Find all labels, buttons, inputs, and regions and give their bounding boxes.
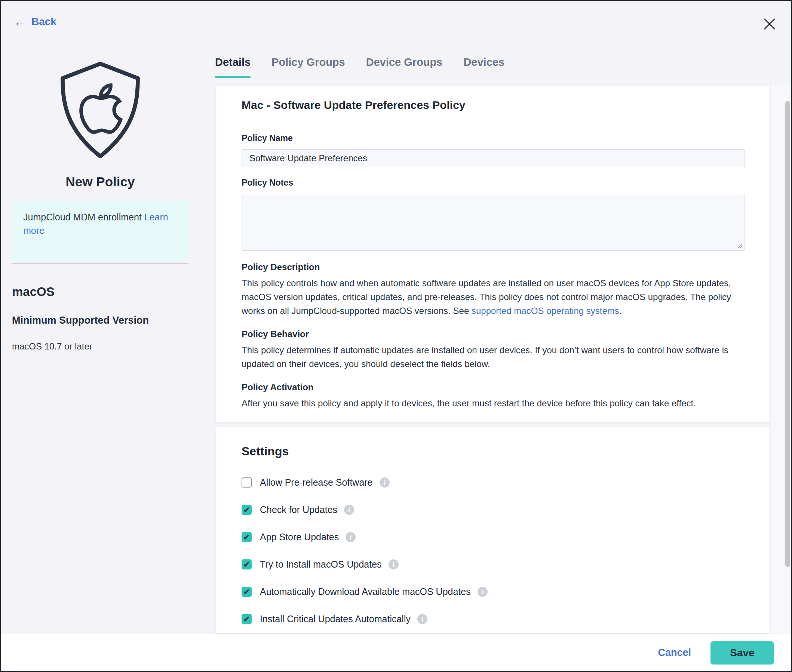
cancel-button[interactable]: Cancel bbox=[658, 647, 691, 659]
info-icon[interactable] bbox=[477, 587, 488, 597]
min-version-value: macOS 10.7 or later bbox=[12, 341, 188, 352]
description-period: . bbox=[619, 306, 622, 316]
textarea-resize-handle[interactable] bbox=[736, 242, 743, 249]
option-check-for-updates: Check for Updates bbox=[241, 504, 745, 515]
min-version-label: Minimum Supported Version bbox=[12, 315, 188, 326]
policy-behavior-text: This policy determines if automatic upda… bbox=[241, 343, 745, 371]
save-button[interactable]: Save bbox=[711, 641, 774, 664]
tab-device-groups[interactable]: Device Groups bbox=[366, 56, 443, 78]
try-install-macos-updates-checkbox[interactable] bbox=[241, 559, 252, 570]
details-card: Mac - Software Update Preferences Policy… bbox=[216, 86, 770, 422]
scrollbar-thumb[interactable] bbox=[785, 101, 790, 567]
option-allow-prerelease: Allow Pre-release Software bbox=[241, 477, 745, 488]
policy-tabs: Details Policy Groups Device Groups Devi… bbox=[215, 56, 505, 78]
auto-download-macos-updates-checkbox[interactable] bbox=[241, 587, 252, 597]
option-label: Automatically Download Available macOS U… bbox=[260, 586, 471, 597]
tab-devices[interactable]: Devices bbox=[463, 56, 505, 78]
policy-card-title: Mac - Software Update Preferences Policy bbox=[241, 99, 745, 112]
option-label: Allow Pre-release Software bbox=[260, 477, 373, 488]
info-icon[interactable] bbox=[380, 477, 390, 488]
policy-notes-textarea[interactable] bbox=[241, 194, 745, 251]
option-install-critical-updates: Install Critical Updates Automatically bbox=[241, 614, 745, 624]
option-app-store-updates: App Store Updates bbox=[241, 532, 745, 542]
policy-sidebar: New Policy JumpCloud MDM enrollment Lear… bbox=[12, 60, 188, 352]
info-icon[interactable] bbox=[417, 614, 427, 624]
policy-name-label: Policy Name bbox=[241, 133, 745, 143]
settings-card: Settings Allow Pre-release Software Chec… bbox=[216, 427, 770, 633]
new-policy-modal: ← Back New Policy JumpCloud MDM enrollme… bbox=[0, 0, 792, 672]
policy-description-heading: Policy Description bbox=[241, 262, 745, 272]
policy-description-text: This policy controls how and when automa… bbox=[241, 276, 745, 318]
tab-policy-groups[interactable]: Policy Groups bbox=[271, 56, 345, 78]
info-icon[interactable] bbox=[345, 532, 356, 542]
option-label: Try to Install macOS Updates bbox=[260, 559, 382, 570]
policy-notes-label: Policy Notes bbox=[241, 178, 745, 188]
option-try-install-macos-updates: Try to Install macOS Updates bbox=[241, 559, 745, 570]
mdm-enrollment-note: JumpCloud MDM enrollment Learn more bbox=[12, 200, 188, 260]
policy-activation-heading: Policy Activation bbox=[241, 382, 745, 392]
allow-prerelease-checkbox[interactable] bbox=[241, 477, 252, 488]
mdm-enrollment-text: JumpCloud MDM enrollment bbox=[23, 212, 144, 222]
install-critical-updates-checkbox[interactable] bbox=[241, 614, 252, 624]
close-icon[interactable] bbox=[763, 17, 776, 31]
os-heading: macOS bbox=[12, 285, 188, 299]
policy-name-input[interactable] bbox=[241, 149, 745, 167]
policy-activation-text: After you save this policy and apply it … bbox=[241, 396, 745, 410]
back-label: Back bbox=[31, 16, 56, 28]
option-label: App Store Updates bbox=[260, 532, 339, 542]
apple-shield-icon bbox=[57, 60, 144, 162]
footer-bar: Cancel Save bbox=[1, 634, 791, 671]
page-title: New Policy bbox=[12, 174, 188, 189]
option-label: Install Critical Updates Automatically bbox=[260, 614, 410, 624]
info-icon[interactable] bbox=[344, 505, 354, 515]
settings-heading: Settings bbox=[241, 445, 745, 458]
app-store-updates-checkbox[interactable] bbox=[241, 532, 252, 542]
option-label: Check for Updates bbox=[260, 504, 337, 515]
tab-details[interactable]: Details bbox=[215, 56, 251, 78]
option-auto-download-macos-updates: Automatically Download Available macOS U… bbox=[241, 586, 745, 597]
back-arrow-icon: ← bbox=[13, 16, 27, 27]
policy-behavior-heading: Policy Behavior bbox=[241, 329, 745, 339]
supported-macos-link[interactable]: supported macOS operating systems bbox=[471, 306, 619, 316]
check-for-updates-checkbox[interactable] bbox=[241, 505, 252, 515]
sidebar-divider bbox=[12, 263, 188, 264]
back-button[interactable]: ← Back bbox=[13, 16, 56, 28]
info-icon[interactable] bbox=[388, 559, 399, 570]
